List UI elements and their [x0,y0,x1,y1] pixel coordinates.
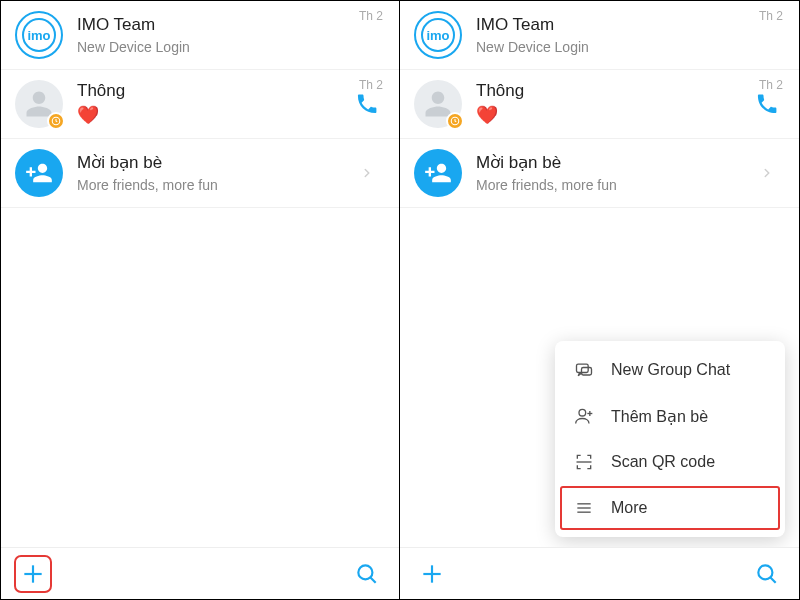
bottom-bar [400,547,799,599]
chat-row-invite[interactable]: Mời bạn bè More friends, more fun [400,139,799,208]
chat-row-invite[interactable]: Mời bạn bè More friends, more fun [1,139,399,208]
chat-time: Th 2 [359,78,383,92]
svg-point-3 [358,565,372,579]
menu-label: More [611,499,647,517]
pane-left: imo IMO Team New Device Login Th 2 Thông… [1,1,400,599]
chat-time: Th 2 [759,9,783,23]
chat-subtitle: ❤️ [476,104,749,127]
chat-time: Th 2 [759,78,783,92]
chat-subtitle: More friends, more fun [77,176,349,194]
add-button[interactable] [416,558,448,590]
imo-logo-icon: imo [414,11,462,59]
svg-point-17 [758,565,772,579]
person-avatar-icon [15,80,63,128]
menu-item-scan-qr[interactable]: Scan QR code [555,439,785,485]
menu-label: Thêm Bạn bè [611,407,708,426]
chat-title: Mời bạn bè [476,152,749,174]
add-popup-menu: New Group Chat Thêm Bạn bè Scan QR code … [555,341,785,537]
menu-label: Scan QR code [611,453,715,471]
clock-badge-icon [47,112,65,130]
add-friend-icon [15,149,63,197]
chat-subtitle: More friends, more fun [476,176,749,194]
svg-line-4 [370,577,375,582]
chat-row-imo-team[interactable]: imo IMO Team New Device Login Th 2 [1,1,399,70]
call-icon[interactable] [749,92,785,116]
add-person-icon [573,405,595,427]
group-chat-icon [573,359,595,381]
chat-title: IMO Team [476,14,785,36]
menu-item-new-group-chat[interactable]: New Group Chat [555,347,785,393]
svg-rect-7 [582,368,592,376]
menu-item-more[interactable]: More [559,485,781,531]
chat-time: Th 2 [359,9,383,23]
chevron-right-icon [349,166,385,180]
call-icon[interactable] [349,92,385,116]
chat-subtitle: New Device Login [77,38,385,56]
chat-title: Thông [476,80,749,102]
svg-line-18 [770,577,775,582]
chat-subtitle: ❤️ [77,104,349,127]
person-avatar-icon [414,80,462,128]
chevron-right-icon [749,166,785,180]
add-button[interactable] [17,558,49,590]
chat-title: IMO Team [77,14,385,36]
add-friend-icon [414,149,462,197]
menu-label: New Group Chat [611,361,730,379]
chat-title: Thông [77,80,349,102]
chat-row-thong[interactable]: Thông ❤️ Th 2 [400,70,799,139]
menu-item-add-friends[interactable]: Thêm Bạn bè [555,393,785,439]
pane-right: imo IMO Team New Device Login Th 2 Thông… [400,1,799,599]
chat-row-thong[interactable]: Thông ❤️ Th 2 [1,70,399,139]
chat-row-imo-team[interactable]: imo IMO Team New Device Login Th 2 [400,1,799,70]
chat-title: Mời bạn bè [77,152,349,174]
imo-logo-icon: imo [15,11,63,59]
menu-icon [573,497,595,519]
clock-badge-icon [446,112,464,130]
qr-scan-icon [573,451,595,473]
search-button[interactable] [751,558,783,590]
svg-point-8 [579,409,586,416]
chat-subtitle: New Device Login [476,38,785,56]
bottom-bar [1,547,399,599]
search-button[interactable] [351,558,383,590]
dual-screenshot-container: imo IMO Team New Device Login Th 2 Thông… [0,0,800,600]
